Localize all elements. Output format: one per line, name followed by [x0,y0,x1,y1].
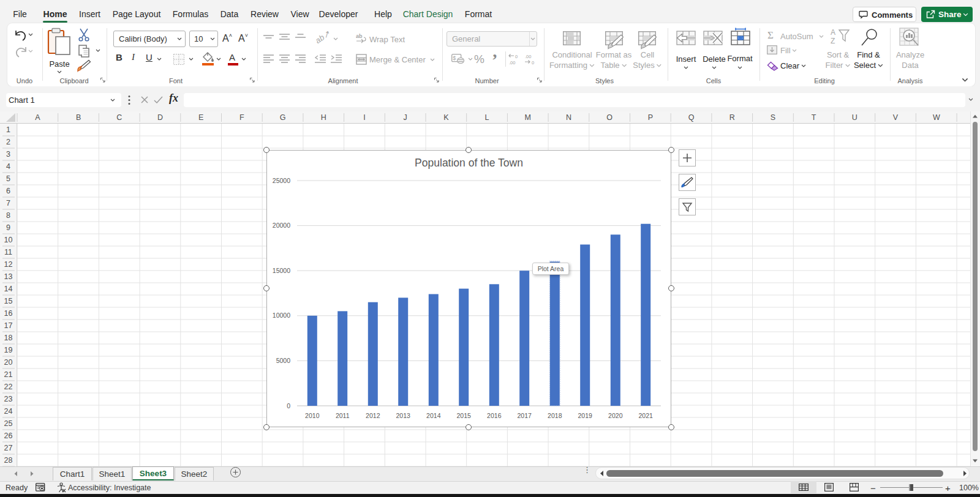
svg-text:2020: 2020 [608,412,623,419]
svg-text:0: 0 [287,402,290,409]
svg-text:.00: .00 [525,54,531,59]
svg-text:2018: 2018 [548,412,562,419]
svg-text:0: 0 [532,60,534,65]
svg-text:2010: 2010 [305,412,320,419]
svg-text:10000: 10000 [273,312,290,319]
svg-text:2021: 2021 [639,412,654,419]
svg-text:2011: 2011 [336,412,350,419]
svg-text:ab: ab [356,33,363,39]
svg-text:2014: 2014 [426,412,441,419]
svg-text:2019: 2019 [578,412,593,419]
svg-text:25000: 25000 [273,177,290,184]
svg-text:Z: Z [831,37,835,45]
svg-text:2012: 2012 [366,412,380,419]
svg-text:A: A [831,28,835,37]
svg-text:$: $ [453,55,456,61]
svg-text:2013: 2013 [396,412,411,419]
svg-text:5000: 5000 [276,357,291,364]
svg-text:0: 0 [515,54,518,59]
svg-text:2017: 2017 [518,412,532,419]
svg-text:20000: 20000 [273,222,290,229]
svg-text:.00: .00 [509,60,515,65]
svg-text:2016: 2016 [487,412,502,419]
svg-text:15000: 15000 [273,267,290,274]
svg-text:2015: 2015 [457,412,472,419]
